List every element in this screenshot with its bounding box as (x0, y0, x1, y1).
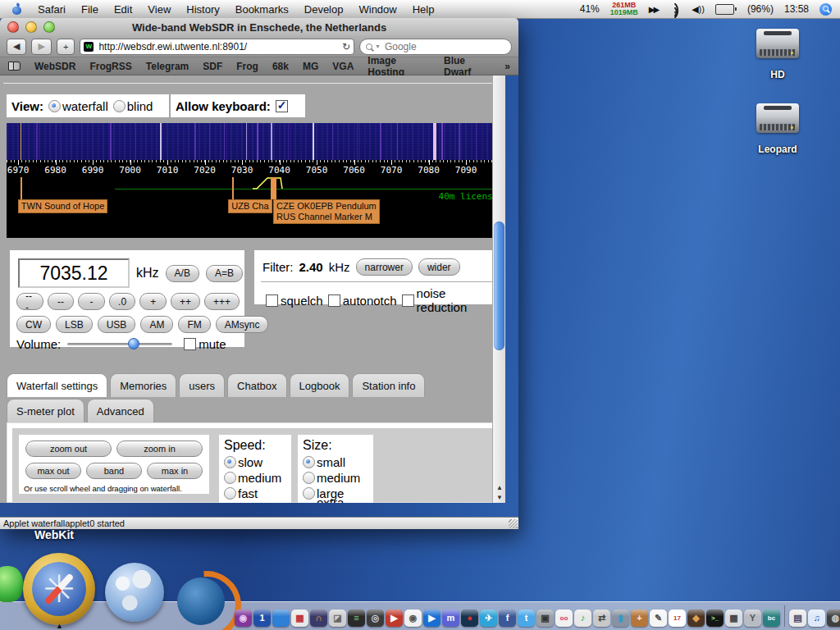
drive-label-hd[interactable]: HD (741, 69, 815, 80)
step-button-p[interactable]: + (139, 293, 167, 310)
station-label[interactable]: CZE OK0EPB PendulumRUS Channel Marker M (273, 199, 380, 224)
tv-test-pattern-icon[interactable]: ▦ (291, 609, 308, 627)
floppy-save-icon[interactable]: ▤ (789, 609, 806, 627)
vertical-scrollbar-thumb[interactable] (494, 221, 504, 350)
checkbox-squelch[interactable] (266, 294, 278, 307)
bomb-icon[interactable]: ◍ (827, 609, 840, 627)
calendar-icon[interactable]: 17 (669, 609, 686, 627)
tab-s-meter-plot[interactable]: S-meter plot (7, 399, 84, 422)
drive-label-leopard[interactable]: Leopard (741, 144, 815, 155)
bookmark-vga[interactable]: VGA (332, 61, 354, 72)
volume-slider[interactable] (67, 343, 172, 345)
video-recorder-icon[interactable]: ● (461, 609, 478, 627)
tab-chatbox[interactable]: Chatbox (227, 373, 286, 397)
step-button-pp[interactable]: ++ (171, 293, 200, 310)
mode-button-lsb[interactable]: LSB (56, 316, 93, 333)
forward-button[interactable]: ▶ (31, 39, 51, 55)
bookmark-sdf[interactable]: SDF (203, 61, 222, 72)
button-zoom-in[interactable]: zoom in (116, 441, 203, 457)
hammer-icon[interactable]: ◆ (687, 609, 705, 627)
narrower-button[interactable]: narrower (356, 258, 413, 276)
mode-button-cw[interactable]: CW (16, 316, 51, 333)
url-field[interactable]: W ↻ (80, 39, 354, 55)
step-button-mm[interactable]: -- (48, 293, 75, 310)
bookmark-frog[interactable]: Frog (236, 61, 258, 72)
bookmark-68k[interactable]: 68k (272, 61, 289, 72)
bookmarks-book-icon[interactable] (8, 62, 21, 71)
mode-button-amsync[interactable]: AMsync (216, 316, 269, 333)
menu-item-history[interactable]: History (186, 3, 219, 16)
audio-hijack-icon[interactable]: ∩ (310, 609, 327, 627)
sync-icon[interactable]: ⇄ (593, 609, 610, 627)
webkit-safari-icon[interactable]: ✳ (23, 553, 95, 625)
textedit-icon[interactable]: ✎ (650, 609, 667, 627)
bookmark-image-hosting[interactable]: Image Hosting (368, 55, 430, 78)
links-browser-icon[interactable]: ◉ (235, 609, 252, 627)
view-radio-blind[interactable] (113, 100, 126, 112)
bookmark-mg[interactable]: MG (303, 61, 318, 72)
facebook-icon[interactable]: f (499, 609, 516, 627)
terminal-icon[interactable]: >_ (706, 609, 724, 627)
globe-browser-icon[interactable] (105, 563, 164, 622)
button-max-in[interactable]: max in (147, 463, 203, 479)
menu-item-help[interactable]: Help (413, 3, 435, 16)
menu-item-safari[interactable]: Safari (38, 3, 66, 16)
station-annotation-area[interactable]: 40m licensed TWN Sound of HopeUZB ChaCZE… (7, 177, 500, 238)
add-bookmark-button[interactable]: + (57, 39, 75, 55)
speed-radio-slow[interactable] (224, 456, 236, 468)
mode-button-fm[interactable]: FM (178, 316, 210, 333)
resize-grip[interactable] (509, 519, 518, 528)
waterfall-spectrogram[interactable] (7, 123, 500, 160)
adium-icon[interactable] (0, 566, 23, 602)
flickr-icon[interactable]: oo (555, 609, 573, 627)
itunes-icon[interactable]: ♪ (574, 609, 591, 627)
mastodon-icon[interactable]: m (442, 609, 459, 627)
lens-icon[interactable]: ◎ (367, 609, 384, 627)
play-menu-icon[interactable]: ▶▶ (649, 5, 658, 14)
frequency-scale[interactable]: 6970698069907000701070207030704070507060… (7, 160, 500, 177)
frequency-input[interactable] (18, 258, 130, 288)
tab-logbook[interactable]: Logbook (290, 373, 350, 397)
mode-button-usb[interactable]: USB (98, 316, 136, 333)
audio-rack-icon[interactable]: ≡ (348, 609, 365, 627)
volume-slider-knob[interactable] (128, 338, 139, 349)
fan-icon[interactable]: Y (744, 609, 761, 627)
speed-radio-fast[interactable] (224, 487, 236, 500)
telegram-icon[interactable]: ✈ (480, 609, 497, 627)
button-zoom-out[interactable]: zoom out (25, 441, 112, 457)
bookmarks-overflow-chevron[interactable]: » (504, 61, 510, 72)
installer-icon[interactable]: ◪ (329, 609, 346, 627)
mode-button-am[interactable]: AM (140, 316, 173, 333)
menu-item-bookmarks[interactable]: Bookmarks (235, 3, 289, 16)
window-title-bar[interactable]: Wide-band WebSDR in Enschede, the Nether… (0, 18, 518, 37)
station-label[interactable]: UZB Cha (228, 199, 272, 213)
camino-browser-icon[interactable] (177, 578, 225, 625)
viewmaster-icon[interactable]: ◉ (404, 609, 422, 627)
menu-item-window[interactable]: Window (358, 3, 396, 16)
camera-icon[interactable]: ▣ (536, 609, 554, 627)
bookmark-websdr[interactable]: WebSDR (34, 61, 75, 72)
step-button-m[interactable]: - (78, 293, 105, 310)
menu-item-edit[interactable]: Edit (114, 3, 132, 16)
bookmark-telegram[interactable]: Telegram (146, 61, 189, 72)
bc-icon[interactable]: bc (763, 609, 780, 627)
back-button[interactable]: ◀ (7, 39, 26, 55)
wifi-icon[interactable] (669, 5, 681, 14)
size-radio-small[interactable] (303, 456, 315, 468)
twitter-icon[interactable]: t (518, 609, 535, 627)
film-player-icon[interactable]: ▶ (386, 609, 403, 627)
menu-item-file[interactable]: File (81, 3, 98, 16)
checkbox-noise-reduction[interactable] (402, 294, 414, 307)
menu-item-develop[interactable]: Develop (304, 3, 344, 16)
vertical-scrollbar[interactable]: ▲▼ (492, 75, 505, 503)
blue-sphere-icon[interactable] (272, 609, 290, 627)
checkbox-autonotch[interactable] (328, 294, 340, 307)
mute-checkbox[interactable] (184, 338, 196, 350)
step-button-dot0[interactable]: .0 (109, 293, 136, 310)
wider-button[interactable]: wider (418, 258, 460, 276)
step-button-ppp[interactable]: +++ (204, 293, 240, 310)
search-dropdown-icon[interactable]: ▼ (375, 43, 381, 49)
tab-users[interactable]: users (179, 373, 225, 397)
button-max-out[interactable]: max out (25, 463, 81, 479)
bookmark-blue-dwarf[interactable]: Blue Dwarf (444, 55, 491, 78)
